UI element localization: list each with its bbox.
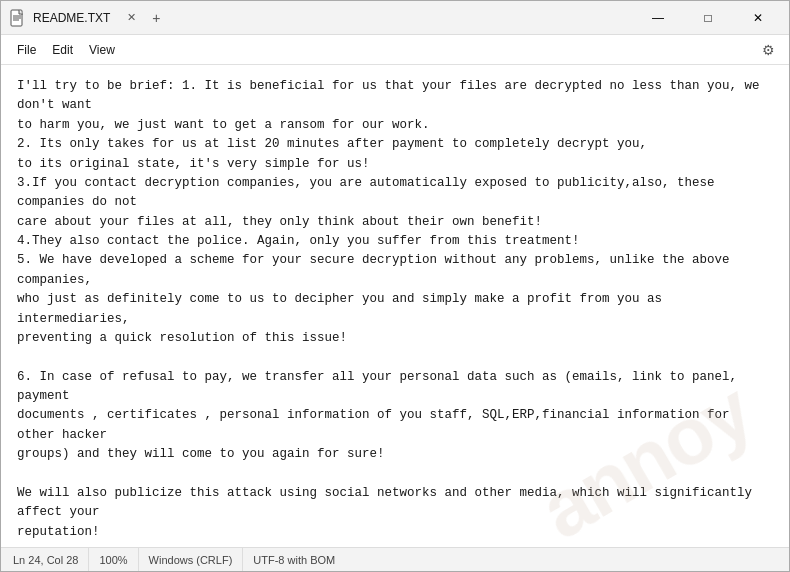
menu-edit[interactable]: Edit bbox=[44, 39, 81, 61]
title-bar-left: README.TXT ✕ + bbox=[9, 8, 635, 28]
window-controls: — □ ✕ bbox=[635, 3, 781, 33]
settings-icon[interactable]: ⚙ bbox=[756, 38, 781, 62]
menu-view[interactable]: View bbox=[81, 39, 123, 61]
line-ending[interactable]: Windows (CRLF) bbox=[139, 548, 244, 571]
text-content[interactable]: I'll try to be brief: 1. It is beneficia… bbox=[1, 65, 789, 547]
menu-bar: File Edit View ⚙ bbox=[1, 35, 789, 65]
cursor-position: Ln 24, Col 28 bbox=[13, 548, 89, 571]
tab-close-button[interactable]: ✕ bbox=[122, 9, 141, 26]
notepad-window: README.TXT ✕ + — □ ✕ File Edit View ⚙ I'… bbox=[0, 0, 790, 572]
status-bar: Ln 24, Col 28 100% Windows (CRLF) UTF-8 … bbox=[1, 547, 789, 571]
menu-file[interactable]: File bbox=[9, 39, 44, 61]
minimize-button[interactable]: — bbox=[635, 3, 681, 33]
window-title: README.TXT bbox=[33, 11, 110, 25]
close-button[interactable]: ✕ bbox=[735, 3, 781, 33]
new-tab-button[interactable]: + bbox=[147, 8, 165, 28]
zoom-level[interactable]: 100% bbox=[89, 548, 138, 571]
file-icon bbox=[9, 9, 27, 27]
maximize-button[interactable]: □ bbox=[685, 3, 731, 33]
title-bar: README.TXT ✕ + — □ ✕ bbox=[1, 1, 789, 35]
content-wrapper: I'll try to be brief: 1. It is beneficia… bbox=[1, 65, 789, 547]
encoding[interactable]: UTF-8 with BOM bbox=[243, 548, 345, 571]
